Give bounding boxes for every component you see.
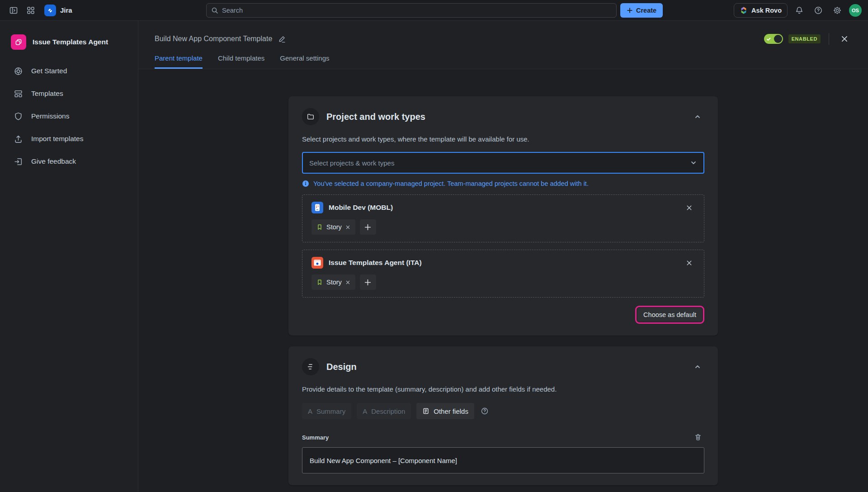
tab-parent-template[interactable]: Parent template xyxy=(155,54,203,69)
folder-icon xyxy=(302,108,319,125)
design-bars-icon xyxy=(302,358,319,375)
projects-select[interactable]: Select projects & work types xyxy=(302,152,704,174)
other-fields-button[interactable]: Other fields xyxy=(416,403,474,419)
field-button-label: Description xyxy=(371,407,405,415)
design-card: Design Provide details to the template (… xyxy=(288,346,718,485)
top-navigation-bar: Jira Create Ask Rovo OS xyxy=(0,0,868,21)
rovo-icon xyxy=(740,6,748,14)
close-icon[interactable] xyxy=(837,32,852,46)
sidebar-item-label: Permissions xyxy=(31,112,69,120)
project-name: Mobile Dev (MOBL) xyxy=(329,203,678,212)
app-name: Jira xyxy=(60,6,72,14)
sidebar-app-header: Issue Templates Agent xyxy=(11,34,132,50)
template-tabs: Parent template Child templates General … xyxy=(155,54,852,69)
remove-work-type-icon[interactable] xyxy=(345,225,350,230)
create-button[interactable]: Create xyxy=(620,3,663,18)
content-scroll-area: Project and work types Select projects a… xyxy=(138,69,868,492)
field-buttons-row: A Summary A Description Other fields xyxy=(302,403,704,419)
card-title: Project and work types xyxy=(326,112,684,122)
sidebar-app-title: Issue Templates Agent xyxy=(33,38,108,46)
sidebar-item-label: Import templates xyxy=(31,135,83,143)
field-button-label: Other fields xyxy=(434,407,468,415)
shield-icon xyxy=(13,112,23,121)
page-header: Build New App Component Template ENABLED xyxy=(138,21,868,69)
plus-icon xyxy=(627,7,633,14)
lifebuoy-icon xyxy=(13,66,23,76)
highlight-ring: Choose as default xyxy=(635,306,704,324)
project-name: Issue Templates Agent (ITA) xyxy=(329,259,678,267)
sidebar-item-permissions[interactable]: Permissions xyxy=(11,105,132,128)
card-subtitle: Select projects and work types, where th… xyxy=(302,135,704,143)
card-title: Design xyxy=(326,362,684,372)
info-icon xyxy=(302,180,309,187)
status-badge: ENABLED xyxy=(788,34,821,43)
jira-logo-icon xyxy=(44,5,56,16)
sidebar-item-give-feedback[interactable]: Give feedback xyxy=(11,150,132,173)
chevron-up-icon[interactable] xyxy=(691,110,704,123)
enabled-toggle[interactable] xyxy=(764,34,783,44)
app-window-project-icon xyxy=(311,257,323,269)
ask-rovo-button[interactable]: Ask Rovo xyxy=(734,3,788,18)
help-icon[interactable] xyxy=(811,3,826,18)
add-work-type-icon[interactable] xyxy=(360,274,376,290)
work-type-label: Story xyxy=(326,223,342,231)
trash-icon[interactable] xyxy=(692,431,704,444)
select-placeholder: Select projects & work types xyxy=(309,159,690,167)
notifications-bell-icon[interactable] xyxy=(792,3,807,18)
remove-project-icon[interactable] xyxy=(683,257,695,269)
create-button-label: Create xyxy=(636,7,656,14)
tab-general-settings[interactable]: General settings xyxy=(280,54,329,69)
divider xyxy=(829,33,829,45)
summary-field-button[interactable]: A Summary xyxy=(302,403,351,419)
feedback-icon xyxy=(13,157,23,166)
sidebar-item-label: Get Started xyxy=(31,67,67,75)
choose-as-default-button[interactable]: Choose as default xyxy=(637,308,702,322)
work-type-label: Story xyxy=(326,279,342,286)
tab-child-templates[interactable]: Child templates xyxy=(218,54,264,69)
card-subtitle: Provide details to the template (summary… xyxy=(302,385,704,393)
work-type-chip: Story xyxy=(311,274,355,290)
upload-icon xyxy=(13,134,23,144)
ask-rovo-label: Ask Rovo xyxy=(751,7,782,14)
search-icon xyxy=(211,7,218,14)
toggle-knob xyxy=(774,35,782,43)
add-work-type-icon[interactable] xyxy=(360,219,376,235)
project-row: Mobile Dev (MOBL) Story xyxy=(302,194,704,242)
sidebar-item-label: Give feedback xyxy=(31,157,76,166)
sidebar-item-label: Templates xyxy=(31,90,63,98)
description-field-button[interactable]: A Description xyxy=(357,403,411,419)
project-row: Issue Templates Agent (ITA) Story xyxy=(302,250,704,298)
info-message-text: You've selected a company-managed projec… xyxy=(313,180,589,187)
edit-title-pencil-icon[interactable] xyxy=(278,35,286,43)
project-work-types-card: Project and work types Select projects a… xyxy=(288,96,718,336)
settings-gear-icon[interactable] xyxy=(830,3,844,18)
jira-home-link[interactable]: Jira xyxy=(41,5,76,16)
chevron-up-icon[interactable] xyxy=(691,360,704,374)
summary-value-input[interactable] xyxy=(302,447,704,473)
work-type-chip: Story xyxy=(311,219,355,235)
sidebar-collapse-icon[interactable] xyxy=(6,3,21,18)
sidebar: Issue Templates Agent Get Started Templa… xyxy=(0,21,138,492)
sidebar-item-import-templates[interactable]: Import templates xyxy=(11,128,132,150)
page-title: Build New App Component Template xyxy=(155,35,272,43)
remove-work-type-icon[interactable] xyxy=(345,280,350,285)
document-icon xyxy=(422,407,429,415)
sidebar-item-templates[interactable]: Templates xyxy=(11,82,132,105)
search-bar[interactable] xyxy=(206,3,617,18)
info-message: You've selected a company-managed projec… xyxy=(302,180,704,187)
text-field-icon: A xyxy=(363,407,367,415)
remove-project-icon[interactable] xyxy=(683,202,695,213)
check-icon xyxy=(766,37,771,42)
issue-templates-agent-icon xyxy=(11,34,26,50)
mobile-project-icon xyxy=(311,202,323,213)
text-field-icon: A xyxy=(308,407,312,415)
search-input[interactable] xyxy=(222,7,612,14)
question-circle-icon[interactable] xyxy=(481,407,489,415)
app-switcher-icon[interactable] xyxy=(24,3,38,18)
main-content: Build New App Component Template ENABLED xyxy=(138,21,868,492)
field-button-label: Summary xyxy=(316,407,345,415)
nav-right-actions: Ask Rovo OS xyxy=(734,3,862,18)
bookmark-icon xyxy=(316,279,323,285)
sidebar-item-get-started[interactable]: Get Started xyxy=(11,60,132,82)
user-avatar[interactable]: OS xyxy=(849,4,862,17)
